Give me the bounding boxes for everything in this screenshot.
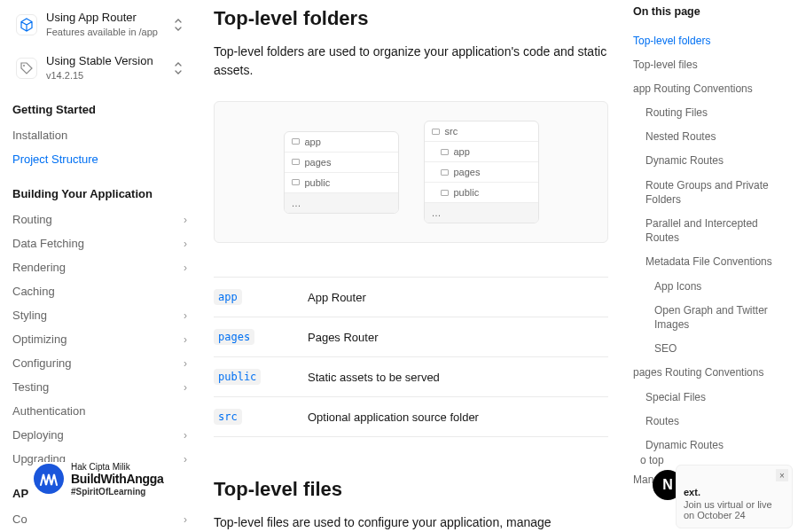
code-label[interactable]: src (214, 409, 242, 425)
event-body: Join us virtual or live on October 24 (684, 499, 785, 520)
folder-icon (292, 179, 300, 185)
toc-item[interactable]: Parallel and Intercepted Routes (633, 212, 787, 250)
toc-item[interactable]: App Icons (633, 274, 787, 298)
tree-item: app (285, 132, 398, 153)
tree-item: public (285, 173, 398, 193)
tree-item: src (425, 121, 538, 142)
table-row: publicStatic assets to be served (214, 357, 608, 397)
toc-item[interactable]: pages Routing Conventions (633, 361, 787, 385)
toc-item[interactable]: Special Files (633, 385, 787, 409)
chevron-right-icon: › (184, 238, 187, 250)
nav-item-label: Configuring (12, 356, 72, 370)
nav-item[interactable]: Optimizing› (12, 327, 187, 351)
paragraph-files-intro: Top-level files are used to configure yo… (214, 513, 608, 532)
sidebar: Using App Router Features available in /… (0, 0, 200, 532)
folder-icon (292, 138, 300, 145)
nav-item[interactable]: Project Structure› (12, 147, 187, 171)
nav-item-label: Styling (12, 309, 47, 322)
dots-icon: … (292, 198, 301, 208)
folders-table: appApp RouterpagesPages RouterpublicStat… (214, 277, 608, 437)
table-row: pagesPages Router (214, 317, 608, 357)
nav-item-label: Installation (12, 129, 67, 142)
tree-item-label: pages (454, 167, 481, 177)
nav-item[interactable]: Styling› (12, 303, 187, 327)
nav-item-label: Caching (12, 285, 55, 298)
nav-item-label: Routing (12, 213, 52, 226)
nav-item-label: Optimizing (12, 332, 66, 346)
folder-icon (292, 159, 300, 165)
version-switcher[interactable]: Using Stable Version v14.2.15 (12, 49, 187, 87)
table-row: appApp Router (214, 277, 608, 317)
table-of-contents: On this page Top-level foldersTop-level … (630, 0, 798, 532)
table-desc: Static assets to be served (308, 371, 440, 384)
nav-item[interactable]: Data Fetching› (12, 231, 187, 255)
watermark-line1: Hak Cipta Milik (71, 462, 164, 473)
table-desc: Pages Router (308, 331, 379, 344)
switcher-subtitle: v14.2.15 (46, 69, 164, 82)
toc-item[interactable]: Open Graph and Twitter Images (633, 298, 787, 336)
nav-item-label: Co (12, 512, 27, 526)
event-title: ext. (684, 487, 785, 497)
nav-item[interactable]: Routing› (12, 207, 187, 231)
chevron-right-icon: › (184, 309, 187, 322)
dots-icon: … (432, 207, 442, 218)
toc-item[interactable]: Routing Files (633, 101, 787, 125)
chevron-up-down-icon (173, 18, 184, 32)
toc-item[interactable]: Routes (633, 409, 787, 433)
tag-icon (16, 58, 37, 79)
nav-item-label: Deploying (12, 428, 64, 442)
heading-top-level-files: Top-level files (214, 478, 608, 501)
toc-heading: On this page (633, 5, 787, 18)
nav-item[interactable]: Testing› (12, 375, 187, 399)
nav-item[interactable]: Deploying› (12, 423, 187, 447)
switcher-title: Using App Router (46, 11, 164, 26)
tree-item-label: pages (305, 157, 332, 168)
switcher-title: Using Stable Version (46, 54, 164, 69)
chevron-right-icon: › (184, 453, 187, 466)
watermark-line2: BuildWithAngga (71, 472, 164, 486)
chevron-right-icon: › (184, 429, 187, 442)
folder-icon (441, 169, 449, 176)
toc-item[interactable]: Top-level files (633, 52, 787, 76)
nav-section-title: Getting Started (12, 103, 187, 116)
tree-item: public (425, 183, 538, 203)
nav-item[interactable]: Configuring› (12, 351, 187, 375)
toc-item[interactable]: Dynamic Routes (633, 149, 787, 173)
folder-icon (432, 129, 440, 135)
nav-item[interactable]: Authentication› (12, 399, 187, 423)
toc-item[interactable]: app Routing Conventions (633, 76, 787, 100)
code-label[interactable]: pages (214, 329, 254, 345)
chevron-right-icon: › (184, 381, 187, 394)
nav-item-label: Testing (12, 380, 49, 394)
code-label[interactable]: public (214, 369, 261, 385)
table-desc: Optional application source folder (308, 411, 479, 424)
tree-item: pages (285, 153, 398, 173)
toc-item[interactable]: Top-level folders (633, 28, 787, 52)
nav-item[interactable]: Rendering› (12, 255, 187, 279)
nav-item-label: Project Structure (12, 153, 98, 166)
toc-item[interactable]: Route Groups and Private Folders (633, 173, 787, 211)
folder-icon (441, 190, 449, 196)
router-switcher[interactable]: Using App Router Features available in /… (12, 5, 187, 43)
chevron-up-down-icon (173, 61, 184, 75)
scroll-to-top-link[interactable]: o top (640, 454, 664, 466)
paragraph-folders-intro: Top-level folders are used to organize y… (214, 43, 608, 80)
tree-item: … (285, 193, 398, 213)
nav-item[interactable]: Caching› (12, 279, 187, 303)
nav-item[interactable]: Co› (12, 507, 187, 531)
tree-item: pages (425, 162, 538, 183)
code-label[interactable]: app (214, 289, 242, 305)
folder-diagram: apppagespublic… srcapppagespublic… (214, 101, 608, 243)
close-icon[interactable]: × (776, 469, 788, 481)
watermark-icon (34, 464, 64, 494)
watermark: Hak Cipta Milik BuildWithAngga #SpiritOf… (34, 462, 164, 497)
nav-item[interactable]: Installation› (12, 123, 187, 147)
toc-item[interactable]: Metadata File Conventions (633, 250, 787, 274)
toc-item[interactable]: Nested Routes (633, 125, 787, 149)
watermark-line3: #SpiritOfLearning (71, 487, 164, 497)
tree-item-label: src (445, 126, 458, 137)
tree-item-label: app (305, 137, 321, 147)
toc-item[interactable]: SEO (633, 337, 787, 361)
tree-item: … (425, 203, 538, 223)
tree-item-label: public (305, 177, 331, 188)
